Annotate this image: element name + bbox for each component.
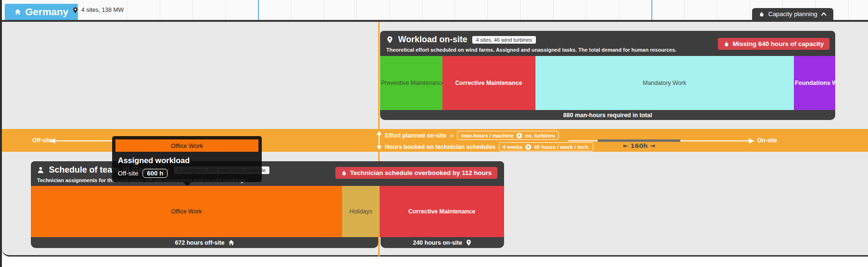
bar-segment-label: Mandatory Work: [643, 80, 686, 86]
offsite-hours-footer: 672 hours off-site: [31, 237, 378, 248]
schedule-panel-header: Schedule of team in Germany 5 assignees,…: [31, 161, 504, 186]
map-pin-icon: [466, 239, 472, 246]
timeline-gridline: [192, 0, 193, 20]
capacity-planning-label: Capacity planning: [768, 10, 817, 18]
tooltip-caret-icon: [183, 182, 191, 186]
onsite-hours-footer: 240 hours on-site: [381, 237, 504, 248]
bar-segment-foundations-work[interactable]: Foundations Work: [794, 56, 835, 110]
workload-bars: Preventive MaintenanceCorrective Mainten…: [380, 56, 835, 110]
timeline-gridline: [389, 0, 390, 20]
bar-segment-label: Foundations Work: [795, 80, 835, 86]
flame-icon: [341, 170, 347, 176]
timeline-gridline: [651, 0, 652, 20]
timeline-gridline: [586, 0, 586, 20]
bar-segment-label: Preventive Maintenance: [381, 80, 442, 86]
timeline-gridline: [848, 0, 849, 20]
bar-segment-label: Office Work: [171, 208, 202, 215]
timeline-gridline: [324, 0, 324, 20]
left-edge-strip: [0, 0, 2, 267]
bar-segment-office-work[interactable]: Office Work: [31, 186, 342, 237]
hours-booked-row: Hours booked on technician schedules 4 w…: [385, 142, 593, 151]
timeline-gridline: [750, 0, 750, 20]
bar-segment-corrective-maintenance[interactable]: Corrective Maintenance: [380, 186, 504, 237]
multiply-icon: x: [516, 133, 522, 138]
timeline-gridline: [487, 0, 488, 20]
schedule-panel: Schedule of team in Germany 5 assignees,…: [31, 161, 504, 248]
schedule-bars: Office WorkHolidaysCorrective Maintenanc…: [31, 186, 504, 237]
sites-summary-text: 4 sites, 138 MW: [81, 7, 124, 13]
timeline-gridline: [225, 0, 226, 20]
home-icon: [228, 239, 234, 246]
tooltip-row-label: Off-site: [118, 170, 138, 177]
timeline-gridline: [291, 0, 291, 20]
bar-segment-label: Corrective Maintenance: [408, 208, 475, 215]
region-tab-germany[interactable]: Germany: [5, 4, 78, 20]
timeline-gridline: [455, 0, 455, 20]
scale-marker-label: ⇤ 160h ⇥: [608, 142, 670, 149]
topbar-grid: [2, 0, 868, 20]
tooltip-row-value: 600 h: [143, 169, 168, 178]
bar-segment-preventive-maintenance[interactable]: Preventive Maintenance: [380, 56, 442, 110]
chevron-up-icon: [821, 11, 827, 17]
timeline-gridline: [553, 0, 553, 20]
double-arrow-vertical-icon: [376, 131, 382, 150]
workload-panel-header: Workload on-site 4 sites, 46 wind turbin…: [380, 31, 835, 56]
bar-segment-label: Holidays: [350, 208, 372, 215]
timeline-gridline: [520, 0, 521, 20]
capacity-planning-tab[interactable]: Capacity planning: [752, 8, 833, 20]
timeline-gridline: [619, 0, 619, 20]
bar-segment-mandatory-work[interactable]: Mandatory Work: [535, 56, 794, 110]
hours-booked-label: Hours booked on technician schedules: [385, 144, 496, 150]
bar-segment-holidays[interactable]: Holidays: [342, 186, 380, 237]
sites-summary: 4 sites, 138 MW: [72, 0, 124, 20]
bar-segment-label: Corrective Maintenance: [455, 80, 522, 86]
effort-formula-badge: man-hours / machine x no. turbines: [457, 131, 559, 140]
timeline-gridline: [684, 0, 685, 20]
overbooked-badge: Technician schedule overbooked by 112 ho…: [335, 167, 497, 179]
tooltip-segment-bar: Office Work: [115, 139, 258, 152]
timeline-gridline: [717, 0, 717, 20]
region-tab-label: Germany: [25, 6, 68, 18]
timeline-gridline: [160, 0, 160, 20]
effort-planned-row: Effort planned on-site ∝ man-hours / mac…: [385, 131, 559, 140]
capacity-planning-page: Germany 4 sites, 138 MW Capacity plannin…: [0, 0, 868, 267]
person-icon: [37, 166, 44, 174]
flame-icon: [724, 41, 729, 47]
map-pin-icon: [72, 7, 78, 13]
workload-panel-title: Workload on-site: [398, 35, 467, 45]
schedule-footers: 672 hours off-site 240 hours on-site: [31, 237, 504, 248]
bar-segment-corrective-maintenance[interactable]: Corrective Maintenance: [442, 56, 535, 110]
timeline-gridline: [127, 0, 127, 20]
flame-icon: [759, 11, 764, 17]
offsite-axis-label: Off-site: [32, 137, 52, 144]
workload-panel-badge: 4 sites, 46 wind turbines: [472, 36, 536, 44]
assigned-workload-tooltip: Office Work Assigned workload Off-site 6…: [112, 136, 262, 182]
arrow-left-icon: [50, 138, 114, 144]
missing-capacity-badge: Missing 640 hours of capacity: [718, 38, 830, 50]
onsite-axis-label: On-site: [757, 137, 777, 144]
tooltip-heading: Assigned workload: [118, 156, 258, 165]
scale-segment-160h: [598, 139, 680, 142]
timeline-gridline: [422, 0, 422, 20]
timeline-gridline: [356, 0, 357, 20]
tooltip-row: Off-site 600 h: [118, 169, 258, 178]
workload-total-footer: 880 man-hours required in total: [380, 110, 835, 120]
map-pin-icon: [386, 36, 393, 43]
timeline-gridline: [258, 0, 259, 20]
topbar: [2, 0, 868, 20]
multiply-icon: x: [525, 144, 531, 150]
topbar-border: [0, 20, 868, 22]
proportional-symbol: ∝: [449, 132, 454, 139]
effort-planned-label: Effort planned on-site: [385, 132, 446, 139]
workload-panel: Workload on-site 4 sites, 46 wind turbin…: [380, 31, 835, 120]
home-icon: [14, 9, 21, 15]
